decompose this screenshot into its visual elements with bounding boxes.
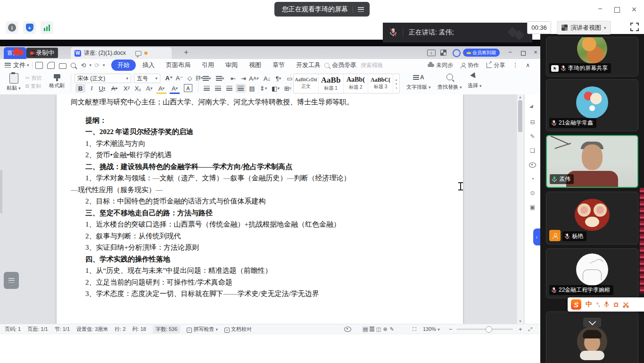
- copy-button[interactable]: ⧉ 复制: [25, 83, 41, 90]
- align-right-button[interactable]: [224, 84, 234, 93]
- undo-menu-chevron[interactable]: ▾: [89, 63, 91, 68]
- tab-dev-tools[interactable]: 开发工具: [291, 59, 325, 71]
- line-spacing-button[interactable]: ⇕▾: [258, 84, 268, 93]
- ime-punctuation-toggle[interactable]: °,: [596, 302, 600, 307]
- print-icon[interactable]: [59, 63, 66, 69]
- ime-symbols-button[interactable]: Ω: [613, 301, 618, 308]
- print-layout-view-button[interactable]: ▤: [362, 326, 369, 332]
- character-scale-button[interactable]: A˄▾: [249, 74, 259, 83]
- new-document-icon[interactable]: [35, 62, 43, 69]
- find-replace-button[interactable]: 查找替换 ▾: [438, 74, 462, 91]
- zoom-level[interactable]: 130% ▾: [423, 326, 440, 332]
- participant-tile-partial[interactable]: [546, 312, 638, 363]
- participant-tile-mengwei[interactable]: 孟伟: [546, 135, 638, 188]
- pointer-icon[interactable]: [525, 101, 541, 115]
- meeting-security-button[interactable]: +: [23, 21, 36, 34]
- sort-button[interactable]: A↓: [262, 74, 272, 83]
- highlight-color-button[interactable]: A▾: [157, 84, 166, 94]
- tab-references[interactable]: 引用: [197, 59, 219, 71]
- undo-icon[interactable]: ⟲: [81, 62, 86, 69]
- eye-protect-button[interactable]: [344, 327, 351, 332]
- tab-grid-icon[interactable]: [440, 50, 446, 56]
- font-size-select[interactable]: 五号▾: [134, 74, 160, 83]
- shading-button[interactable]: ◧▾: [271, 84, 281, 93]
- collapse-strip-button[interactable]: [583, 318, 601, 327]
- meeting-info-button[interactable]: i: [6, 21, 18, 34]
- tab-page-layout[interactable]: 页面布局: [161, 59, 195, 71]
- style-normal[interactable]: AaBbCcDd 正文: [294, 74, 319, 93]
- style-heading3[interactable]: AaBbC( 标题 3: [368, 74, 393, 93]
- increase-indent-button[interactable]: ⇥: [239, 74, 248, 83]
- side-panel-handle[interactable]: ‹: [533, 228, 540, 245]
- text-layout-button[interactable]: A 文字排版 ▾: [406, 74, 431, 91]
- scrollbar-thumb[interactable]: [518, 100, 522, 132]
- split-icon[interactable]: ⊟: [525, 115, 541, 129]
- fullscreen-icon[interactable]: [630, 22, 639, 32]
- sync-status-icon[interactable]: [453, 49, 461, 57]
- ime-scissors-icon[interactable]: [623, 302, 629, 308]
- print-preview-icon[interactable]: [71, 63, 76, 68]
- ink-view-button[interactable]: ✎: [388, 326, 395, 332]
- grow-font-button[interactable]: A⁺: [164, 74, 174, 82]
- zoom-out-button[interactable]: −: [449, 326, 453, 333]
- subscript-button[interactable]: X₂: [133, 84, 143, 93]
- tab-view[interactable]: 视图: [244, 59, 266, 71]
- style-heading1[interactable]: AaBb 标题 1: [319, 74, 344, 93]
- spell-check-toggle[interactable]: ✓拼写检查 ▾: [187, 326, 218, 333]
- underline-button[interactable]: U▾: [97, 84, 107, 93]
- participant-tile-liwanrong[interactable]: 22金融工程学李婉榕: [546, 248, 638, 298]
- ime-toolbar[interactable]: S 中 °, Ω: [568, 297, 644, 312]
- pen-icon[interactable]: ✎: [525, 129, 541, 144]
- ime-language-toggle[interactable]: 中: [586, 300, 592, 309]
- tab-insert[interactable]: 插入: [138, 59, 159, 71]
- align-left-button[interactable]: [202, 84, 212, 93]
- layout-icon[interactable]: ▣: [525, 200, 541, 214]
- text-effects-button[interactable]: 𝔸▾: [144, 84, 154, 93]
- tab-home[interactable]: 开始: [111, 59, 136, 71]
- read-view-button[interactable]: ◫: [375, 326, 382, 332]
- decrease-indent-button[interactable]: ⇤: [228, 74, 238, 83]
- bookmark-icon[interactable]: ⊙: [525, 186, 541, 200]
- floating-panel-handle[interactable]: [4, 272, 19, 289]
- participant-tile-yangyan[interactable]: 杨艳: [546, 192, 638, 245]
- tab-section[interactable]: 章节: [268, 59, 289, 71]
- select-button[interactable]: 选择 ▾: [468, 73, 482, 89]
- vertical-scrollbar[interactable]: ▲ ▼: [517, 94, 524, 324]
- expand-view-icon[interactable]: ⤢: [528, 326, 532, 332]
- save-icon[interactable]: [47, 62, 55, 69]
- collapse-ribbon-icon[interactable]: ∧: [526, 62, 530, 68]
- style-heading2[interactable]: AaBb( 标题 2: [344, 74, 369, 93]
- distribute-button[interactable]: ▤: [247, 84, 257, 93]
- superscript-button[interactable]: X²: [122, 84, 132, 93]
- font-color-button[interactable]: A▾: [170, 84, 180, 94]
- sync-status-button[interactable]: 未同步: [428, 61, 453, 69]
- zoom-slider-knob[interactable]: [486, 326, 492, 333]
- numbered-list-button[interactable]: ▾: [215, 74, 225, 83]
- align-center-button[interactable]: [213, 84, 223, 93]
- scroll-down-icon[interactable]: ▼: [519, 320, 522, 323]
- document-proofing-toggle[interactable]: ×文档校对: [224, 326, 252, 333]
- window-restore-button[interactable]: [612, 6, 622, 15]
- toolbar-more-chevron[interactable]: ▾: [103, 63, 105, 68]
- network-status-button[interactable]: [41, 21, 53, 34]
- watching-screen-banner[interactable]: 您正在观看李琦的屏幕: [274, 2, 370, 17]
- more-options-icon[interactable]: ⋮: [512, 62, 518, 68]
- styles-scroll-strip[interactable]: ▴▾≡: [393, 74, 399, 93]
- sogou-logo-icon[interactable]: S: [571, 299, 581, 310]
- command-search[interactable]: 查找命令、搜索模板: [324, 59, 383, 71]
- italic-button[interactable]: I: [87, 84, 97, 93]
- outline-view-button[interactable]: [369, 326, 375, 332]
- eye-icon[interactable]: [525, 158, 541, 172]
- window-minimize-button[interactable]: −: [595, 5, 605, 13]
- new-tab-button[interactable]: +: [184, 48, 189, 57]
- wps-minimize-button[interactable]: −: [505, 49, 515, 56]
- character-shading-button[interactable]: A: [184, 84, 192, 92]
- font-name-select[interactable]: 宋体 (正文)▾: [74, 74, 131, 83]
- bold-button[interactable]: B: [75, 84, 85, 93]
- clear-format-icon[interactable]: ◇: [185, 74, 195, 82]
- share-button[interactable]: 分享: [487, 61, 505, 69]
- view-mode-switcher[interactable]: 演讲者视图 ▾: [557, 21, 611, 34]
- wps-restore-button[interactable]: [519, 50, 528, 57]
- zoom-in-button[interactable]: +: [519, 326, 522, 333]
- shrink-font-button[interactable]: A⁻: [174, 74, 184, 82]
